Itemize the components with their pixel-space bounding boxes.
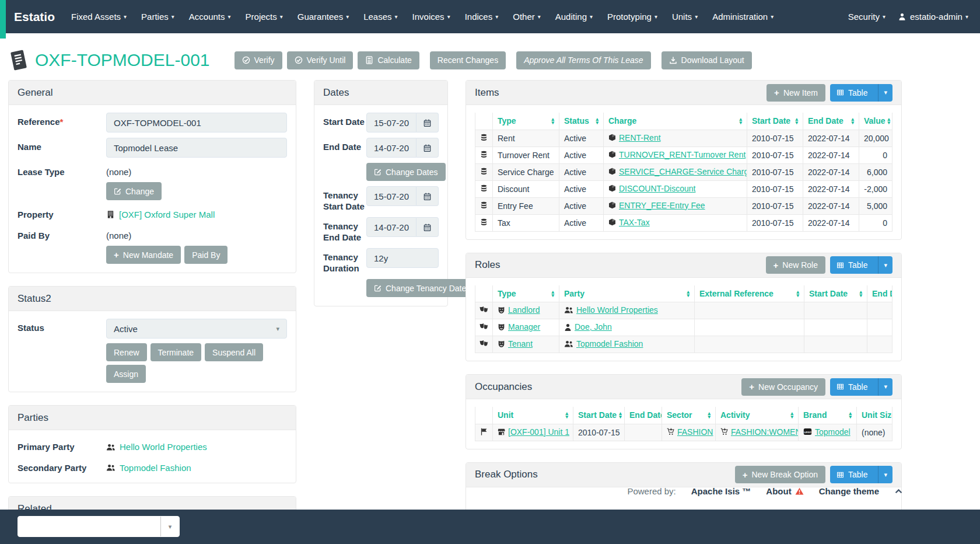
secondary-party-link[interactable]: Topmodel Fashion (106, 462, 191, 473)
nav-item-indices[interactable]: Indices▾ (465, 12, 499, 22)
nav-item-invoices[interactable]: Invoices▾ (412, 12, 450, 22)
sort-icon[interactable]: ▴▾ (565, 412, 568, 419)
nav-item-parties[interactable]: Parties▾ (141, 12, 174, 22)
terminate-button[interactable]: Terminate (150, 343, 201, 361)
approve-all-terms-button[interactable]: Approve All Terms Of This Lease (516, 51, 650, 69)
table-cell-link[interactable]: TURNOVER_RENT-Turnover Rent (608, 150, 746, 159)
end-date-input[interactable] (366, 138, 416, 158)
table-view-dropdown-toggle[interactable]: ▾ (878, 378, 892, 396)
verify-until-button[interactable]: Verify Until (287, 51, 354, 69)
column-header-unit-size[interactable]: Unit Size▴▾ (857, 407, 892, 424)
column-header-start-date[interactable]: Start Date▴▾ (573, 407, 625, 424)
sort-icon[interactable]: ▴▾ (888, 117, 891, 124)
table-row[interactable]: RentActiveRENT-Rent2010-07-152022-07-142… (475, 130, 892, 147)
nav-item-security[interactable]: Security▾ (848, 12, 886, 22)
column-header-charge[interactable]: Charge▴▾ (604, 113, 747, 130)
table-cell-link[interactable]: SERVICE_CHARGE-Service Charge (608, 167, 747, 176)
calendar-icon[interactable] (416, 113, 439, 132)
table-row[interactable]: LandlordHello World Properties (475, 302, 892, 319)
new-break-option-button[interactable]: +New Break Option (735, 466, 825, 483)
nav-item-administration[interactable]: Administration▾ (712, 12, 774, 22)
paid-by-button[interactable]: Paid By (184, 246, 228, 264)
table-row[interactable]: TaxActiveTAX-Tax2010-07-152022-07-140 (475, 214, 892, 231)
primary-party-link[interactable]: Hello World Properties (106, 441, 207, 452)
nav-item-units[interactable]: Units▾ (672, 12, 698, 22)
roles-table-view-button[interactable]: Table▾ (830, 256, 892, 274)
tenancy-end-date-input[interactable] (366, 217, 416, 237)
table-cell-link[interactable]: Doe, John (564, 322, 612, 332)
tenancy-start-date-input[interactable] (366, 186, 416, 206)
nav-item-projects[interactable]: Projects▾ (246, 12, 283, 22)
sort-icon[interactable]: ▴▾ (619, 412, 622, 419)
table-cell-link[interactable]: TAX-Tax (608, 218, 650, 227)
verify-button[interactable]: Verify (235, 51, 282, 69)
sort-icon[interactable]: ▴▾ (551, 117, 554, 124)
renew-button[interactable]: Renew (106, 343, 147, 361)
new-mandate-button[interactable]: +New Mandate (106, 246, 181, 264)
sort-icon[interactable]: ▴▾ (551, 290, 554, 297)
user-menu[interactable]: estatio-admin▾ (898, 12, 968, 22)
table-cell-link[interactable]: FASHION (667, 427, 713, 437)
calendar-icon[interactable] (416, 217, 439, 237)
about-link[interactable]: About (766, 486, 803, 496)
column-header-external-reference[interactable]: External Reference▴▾ (695, 285, 804, 302)
sort-icon[interactable]: ▴▾ (859, 290, 862, 297)
column-header-unit[interactable]: Unit▴▾ (493, 407, 573, 424)
apache-isis-link[interactable]: Apache Isis ™ (691, 486, 751, 496)
nav-item-fixed-assets[interactable]: Fixed Assets▾ (71, 12, 127, 22)
sort-icon[interactable]: ▴▾ (796, 290, 799, 297)
table-row[interactable]: DiscountActiveDISCOUNT-Discount2010-07-1… (475, 180, 892, 197)
column-header-value[interactable]: Value▴▾ (859, 113, 892, 130)
table-cell-link[interactable]: Tenant (498, 339, 533, 348)
change-lease-type-button[interactable]: Change (106, 182, 162, 200)
table-cell-link[interactable]: Manager (498, 322, 540, 332)
change-dates-button[interactable]: Change Dates (366, 163, 446, 181)
nav-item-other[interactable]: Other▾ (513, 12, 541, 22)
column-header-start-date[interactable]: Start Date▴▾ (747, 113, 803, 130)
table-row[interactable]: Service ChargeActiveSERVICE_CHARGE-Servi… (475, 163, 892, 180)
column-header-type[interactable]: Type▴▾ (493, 113, 559, 130)
column-header-activity[interactable]: Activity▴▾ (716, 407, 799, 424)
table-cell-link[interactable]: LEGOTopmodel (803, 427, 850, 437)
table-cell-link[interactable]: FASHION:WOMEN (720, 427, 799, 437)
table-view-dropdown-toggle[interactable]: ▾ (878, 256, 892, 274)
sort-icon[interactable]: ▴▾ (851, 117, 854, 124)
calendar-icon[interactable] (416, 138, 439, 158)
column-header-end-date[interactable]: End Date▴▾ (867, 285, 892, 302)
calculate-button[interactable]: Calculate (358, 51, 419, 69)
column-header-end-date[interactable]: End Date▴▾ (625, 407, 662, 424)
start-date-input[interactable] (366, 113, 416, 132)
table-cell-link[interactable]: DISCOUNT-Discount (608, 184, 695, 193)
nav-item-accounts[interactable]: Accounts▾ (189, 12, 231, 22)
table-cell-link[interactable]: [OXF-001] Unit 1 (498, 427, 569, 437)
column-header-start-date[interactable]: Start Date▴▾ (804, 285, 867, 302)
recent-changes-button[interactable]: Recent Changes (430, 51, 506, 69)
table-view-dropdown-toggle[interactable]: ▾ (878, 466, 892, 483)
column-header-status[interactable]: Status▴▾ (559, 113, 604, 130)
table-row[interactable]: Entry FeeActiveENTRY_FEE-Entry Fee2010-0… (475, 197, 892, 214)
table-cell-link[interactable]: Landlord (498, 305, 540, 315)
nav-item-guarantees[interactable]: Guarantees▾ (298, 12, 349, 22)
download-layout-button[interactable]: Download Layout (662, 51, 752, 69)
table-row[interactable]: Turnover RentActiveTURNOVER_RENT-Turnove… (475, 147, 892, 163)
occupancies-table-view-button[interactable]: Table▾ (830, 378, 892, 396)
status-select[interactable]: Active▾ (106, 319, 287, 339)
property-link[interactable]: [OXF] Oxford Super Mall (106, 209, 215, 220)
assign-button[interactable]: Assign (106, 365, 146, 383)
nav-item-leases[interactable]: Leases▾ (363, 12, 397, 22)
column-header-type[interactable]: Type▴▾ (493, 285, 559, 302)
sort-icon[interactable]: ▴▾ (596, 117, 598, 124)
app-brand[interactable]: Estatio (14, 10, 55, 24)
sort-icon[interactable]: ▴▾ (739, 117, 742, 124)
table-cell-link[interactable]: Topmodel Fashion (564, 339, 643, 348)
table-cell-link[interactable]: ENTRY_FEE-Entry Fee (608, 201, 705, 210)
sort-icon[interactable]: ▴▾ (790, 412, 793, 419)
column-header-brand[interactable]: Brand▴▾ (799, 407, 857, 424)
column-header-party[interactable]: Party▴▾ (559, 285, 695, 302)
table-view-dropdown-toggle[interactable]: ▾ (878, 84, 892, 102)
column-header-end-date[interactable]: End Date▴▾ (803, 113, 859, 130)
sort-icon[interactable]: ▴▾ (795, 117, 798, 124)
table-row[interactable]: ManagerDoe, John (475, 319, 892, 336)
name-input[interactable] (106, 138, 287, 158)
column-header-sector[interactable]: Sector▴▾ (662, 407, 716, 424)
